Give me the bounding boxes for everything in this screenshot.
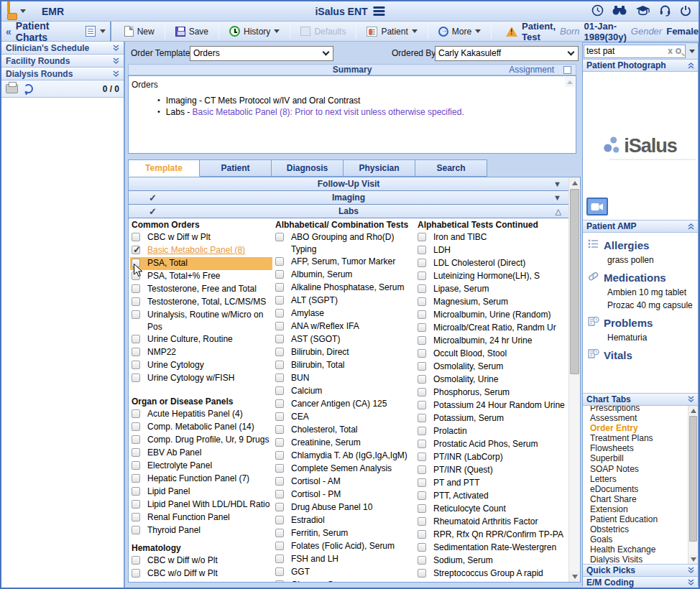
scroll-up-button[interactable] (689, 406, 698, 415)
lab-item-rheumatoid-arthritis-factor[interactable]: Rheumatoid Arthritis Factor (416, 516, 567, 529)
chart-tab-assessment[interactable]: Assessment (590, 413, 698, 423)
checkbox[interactable] (132, 259, 140, 267)
chart-tab-flowsheets[interactable]: Flowsheets (590, 443, 698, 453)
chart-tab-letters[interactable]: Letters (590, 474, 698, 484)
lab-item-potassium-serum[interactable]: Potassium, Serum (416, 412, 567, 425)
lab-item-ast-sgot[interactable]: AST (SGOT) (274, 333, 415, 346)
checkbox[interactable] (418, 323, 426, 332)
patient-amp-header[interactable]: Patient AMP (583, 220, 698, 233)
menu-icon[interactable] (374, 5, 385, 17)
checkbox[interactable] (275, 296, 284, 305)
tab-template[interactable]: Template (128, 159, 200, 177)
lab-item-lipid-panel-with-ldl-hdl-ratio[interactable]: Lipid Panel With LDL/HDL Ratio (130, 498, 272, 511)
lab-item-prostatic-acid-phos-serum[interactable]: Prostatic Acid Phos, Serum (416, 438, 567, 451)
collapse-arrow-down-icon[interactable]: ▼ (553, 180, 561, 188)
checkbox[interactable] (132, 361, 140, 369)
em-coding-header[interactable]: E/M Coding (583, 576, 698, 589)
checkbox[interactable] (418, 272, 426, 280)
headset-icon[interactable] (659, 4, 671, 17)
refresh-icon[interactable] (24, 84, 33, 93)
lab-item-creatinine-serum[interactable]: Creatinine, Serum (274, 437, 415, 450)
lab-item-luteinizing-hormone-lh-s[interactable]: Luteinizing Hormone(LH), S (416, 270, 567, 283)
clear-search-icon[interactable]: x (668, 46, 673, 56)
checkbox[interactable] (132, 487, 140, 496)
checkbox[interactable] (275, 361, 284, 369)
checkbox[interactable] (418, 349, 426, 358)
lab-item-microalb-creat-ratio-randm-ur[interactable]: Microalb/Creat Ratio, Randm Ur (416, 322, 567, 335)
lab-item-estradiol[interactable]: Estradiol (274, 514, 415, 527)
lab-item-electrolyte-panel[interactable]: Electrolyte Panel (130, 460, 272, 473)
chart-list-icon[interactable] (86, 26, 96, 37)
lab-item-glucose-serum[interactable]: Glucose, Serum (274, 579, 415, 583)
chevron-down-icon[interactable] (689, 50, 695, 53)
lab-item-pt-and-ptt[interactable]: PT and PTT (416, 477, 567, 490)
history-button[interactable]: History (224, 24, 285, 39)
checkbox[interactable] (275, 529, 284, 537)
checkbox[interactable] (418, 375, 426, 384)
sidebar-section-dialysis-rounds[interactable]: Dialysis Rounds (1, 68, 124, 80)
checkbox[interactable] (132, 233, 140, 241)
lab-item-urine-cytology-w-fish[interactable]: Urine Cytology w/FISH (130, 372, 272, 385)
lab-item-thyroid-panel[interactable]: Thyroid Panel (130, 524, 272, 537)
lab-item-cbc-w-o-diff-w-o-plt[interactable]: CBC w/o Diff w/o Plt (130, 580, 272, 583)
lab-item-urinalysis-routine-w-micro-on-pos[interactable]: Urinalysis, Routine w/Micro on Pos (130, 309, 272, 333)
chart-tabs-scrollbar[interactable] (688, 406, 698, 564)
checkbox[interactable] (275, 386, 284, 395)
lab-item-psa-total[interactable]: PSA, Total (130, 257, 272, 270)
lab-item-amylase[interactable]: Amylase (274, 307, 415, 320)
lab-item-hepatic-function-panel-7[interactable]: Hepatic Function Panel (7) (130, 473, 272, 486)
chart-tab-prescriptions[interactable]: Prescriptions (590, 406, 698, 413)
checkbox[interactable] (275, 503, 284, 511)
lab-item-osmolality-serum[interactable]: Osmolality, Serum (416, 361, 567, 374)
checkbox[interactable] (275, 348, 284, 356)
scrollbar-thumb[interactable] (570, 189, 579, 374)
checkbox[interactable] (418, 478, 426, 487)
checkbox[interactable] (418, 297, 426, 306)
checkbox[interactable] (132, 246, 140, 254)
clock-icon[interactable] (591, 4, 604, 17)
lab-item-sodium-serum[interactable]: Sodium, Serum (416, 555, 567, 567)
checkbox[interactable] (418, 388, 426, 396)
checkbox[interactable] (418, 233, 426, 241)
checkbox[interactable] (132, 374, 140, 382)
assignment-checkbox[interactable] (563, 66, 571, 74)
checkbox[interactable] (132, 272, 140, 280)
lab-item-cbc-w-diff-w-o-plt[interactable]: CBC w Diff w/o Plt (130, 555, 272, 567)
checkbox[interactable] (275, 374, 284, 382)
scroll-up-button[interactable] (569, 177, 581, 188)
checkbox[interactable] (275, 438, 284, 447)
checkbox[interactable] (418, 504, 426, 513)
print-icon[interactable] (6, 84, 18, 93)
chart-tab-goals[interactable]: Goals (590, 534, 698, 544)
order-template-select[interactable]: Orders (190, 46, 333, 61)
checkbox[interactable] (418, 530, 426, 539)
lab-item-renal-function-panel[interactable]: Renal Function Panel (130, 511, 272, 524)
checkbox[interactable] (418, 569, 426, 578)
lab-item-bilirubin-total[interactable]: Bilirubin, Total (274, 359, 415, 372)
collapse-arrow-down-icon[interactable]: ▼ (553, 193, 561, 202)
checkbox[interactable] (418, 517, 426, 526)
lab-item-ggt[interactable]: GGT (274, 566, 415, 579)
checkbox[interactable] (418, 246, 426, 254)
checkbox[interactable] (418, 453, 426, 461)
lab-item-psa-total-free[interactable]: PSA, Total+% Free (130, 270, 272, 283)
lab-item-sedimentation-rate-westergren[interactable]: Sedimentation Rate-Westergren (416, 542, 567, 555)
checkbox[interactable] (275, 567, 284, 576)
new-button[interactable]: New (119, 24, 160, 39)
lab-item-microalbumin-24-hr-urine[interactable]: Microalbumin, 24 hr Urine (416, 335, 567, 348)
section-bar-imaging[interactable]: ✓Imaging▼ (129, 191, 568, 205)
lab-item-bun[interactable]: BUN (274, 372, 415, 385)
binoculars-icon[interactable] (612, 5, 627, 16)
section-bar-follow-up-visit[interactable]: Follow-Up Visit▼ (129, 177, 568, 191)
lab-item-alt-sgpt[interactable]: ALT (SGPT) (274, 294, 415, 307)
checkbox[interactable] (132, 569, 140, 578)
lab-item-comp-drug-profile-ur-9-drugs[interactable]: Comp. Drug Profile, Ur, 9 Drugs (130, 434, 272, 447)
amp-header-allergies[interactable]: Allergies (587, 238, 698, 252)
chart-tab-superbill[interactable]: Superbill (590, 453, 698, 463)
checkbox[interactable] (275, 490, 284, 498)
tab-physician[interactable]: Physician (344, 159, 415, 177)
checkbox[interactable] (132, 500, 140, 509)
checkbox[interactable] (132, 474, 140, 483)
lab-item-urine-culture-routine[interactable]: Urine Culture, Routine (130, 333, 272, 346)
graduation-cap-icon[interactable] (635, 5, 650, 16)
